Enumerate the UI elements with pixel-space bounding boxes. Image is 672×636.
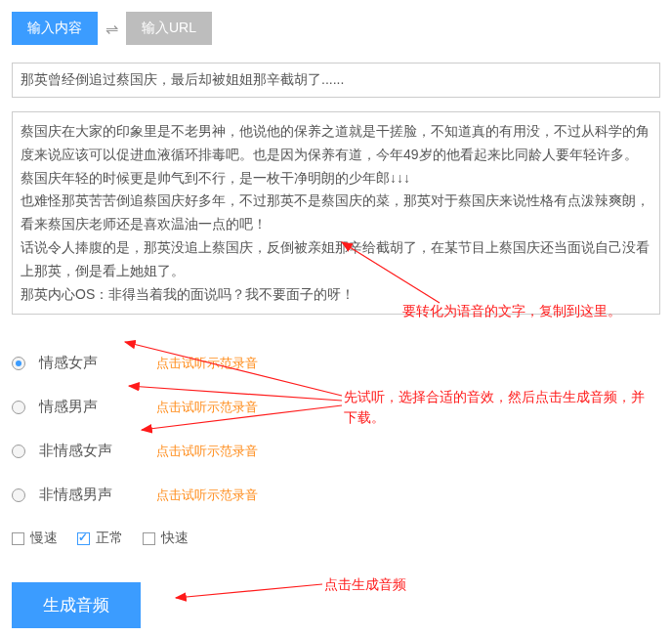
listen-sample-link[interactable]: 点击试听示范录音 — [156, 487, 258, 504]
voice-label: 非情感男声 — [39, 486, 137, 504]
radio-emotional-male[interactable] — [12, 401, 25, 414]
radio-plain-female[interactable] — [12, 445, 25, 458]
body-line: 蔡国庆在大家的印象里是不老男神，他说他的保养之道就是干搓脸，不知道真的有用没，不… — [21, 120, 651, 167]
body-line: 话说令人捧腹的是，那英没追上蔡国庆，反倒被亲姐那辛给截胡了，在某节目上蔡国庆还当… — [21, 236, 651, 283]
content-textarea[interactable]: 蔡国庆在大家的印象里是不老男神，他说他的保养之道就是干搓脸，不知道真的有用没，不… — [12, 111, 660, 315]
swap-icon: ⇌ — [105, 20, 118, 38]
checkbox-icon — [143, 532, 155, 545]
annotation-preview: 先试听，选择合适的音效，然后点击生成音频，并下载。 — [344, 387, 656, 428]
listen-sample-link[interactable]: 点击试听示范录音 — [156, 399, 258, 416]
voice-label: 情感女声 — [39, 354, 137, 372]
annotation-copy-text: 要转化为语音的文字，复制到这里。 — [402, 303, 621, 320]
voice-label: 非情感女声 — [39, 442, 137, 460]
generate-audio-button[interactable]: 生成音频 — [12, 582, 141, 628]
radio-emotional-female[interactable] — [12, 357, 25, 370]
radio-plain-male[interactable] — [12, 488, 25, 502]
listen-sample-link[interactable]: 点击试听示范录音 — [156, 443, 258, 460]
checkbox-icon — [77, 532, 90, 545]
speed-slow-checkbox[interactable]: 慢速 — [12, 530, 58, 547]
tab-input-url[interactable]: 输入URL — [126, 12, 212, 45]
voice-label: 情感男声 — [39, 398, 137, 416]
body-line: 蔡国庆年轻的时候更是帅气到不行，是一枚干净明朗的少年郎↓↓↓ — [21, 167, 651, 191]
speed-label: 慢速 — [30, 530, 58, 547]
speed-normal-checkbox[interactable]: 正常 — [77, 530, 123, 547]
speed-label: 快速 — [161, 530, 189, 547]
checkbox-icon — [12, 532, 24, 545]
speed-label: 正常 — [96, 530, 123, 547]
annotation-generate: 点击生成音频 — [324, 576, 406, 594]
title-input[interactable]: 那英曾经倒追过蔡国庆，最后却被姐姐那辛截胡了...... — [12, 63, 660, 98]
body-line: 也难怪那英苦苦倒追蔡国庆好多年，不过那英不是蔡国庆的菜，那英对于蔡国庆来说性格有… — [21, 190, 651, 236]
tab-input-content[interactable]: 输入内容 — [12, 12, 98, 45]
listen-sample-link[interactable]: 点击试听示范录音 — [156, 355, 258, 372]
speed-fast-checkbox[interactable]: 快速 — [143, 530, 189, 547]
